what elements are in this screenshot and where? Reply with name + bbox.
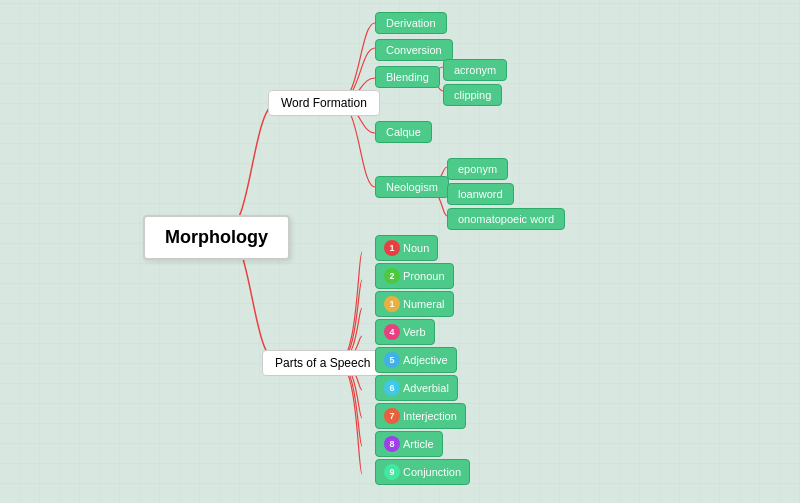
acronym-node: acronym [443, 59, 507, 81]
blending-node: Blending [375, 66, 440, 88]
speech-part-noun: 1Noun [375, 235, 438, 261]
neologism-node: Neologism [375, 176, 449, 198]
clipping-node: clipping [443, 84, 502, 106]
speech-part-verb: 4Verb [375, 319, 435, 345]
speech-part-article: 8Article [375, 431, 443, 457]
speech-part-conjunction: 9Conjunction [375, 459, 470, 485]
eponym-node: eponym [447, 158, 508, 180]
derivation-node: Derivation [375, 12, 447, 34]
speech-part-numeral: 1Numeral [375, 291, 454, 317]
root-node: Morphology [143, 215, 290, 260]
parts-of-speech-node: Parts of a Speech [262, 350, 383, 376]
speech-part-adjective: 5Adjective [375, 347, 457, 373]
calque-node: Calque [375, 121, 432, 143]
speech-part-adverbial: 6Adverbial [375, 375, 458, 401]
loanword-node: loanword [447, 183, 514, 205]
word-formation-node: Word Formation [268, 90, 380, 116]
speech-part-pronoun: 2Pronoun [375, 263, 454, 289]
speech-part-interjection: 7Interjection [375, 403, 466, 429]
onomatopoeia-node: onomatopoeic word [447, 208, 565, 230]
conversion-node: Conversion [375, 39, 453, 61]
